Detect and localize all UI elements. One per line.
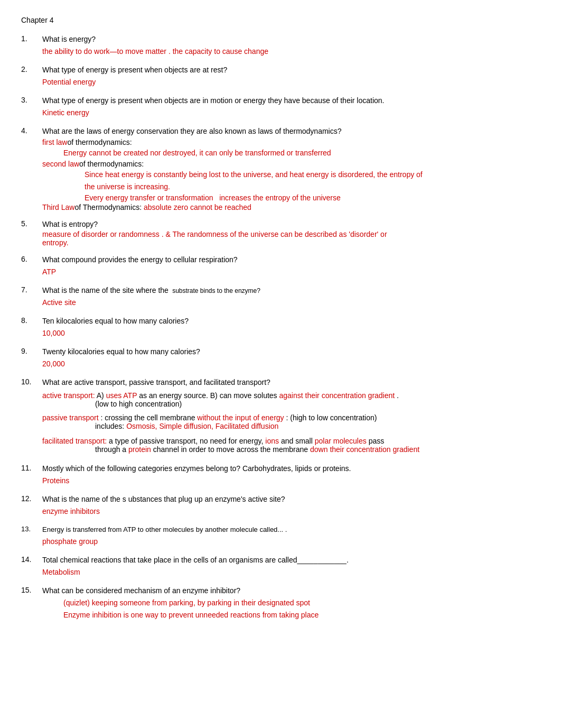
q3-answer: Kinetic energy — [42, 107, 540, 118]
q3-content: What type of energy is present when obje… — [42, 95, 540, 118]
q4-increases-entropy: increases the entropy of the universe — [219, 193, 341, 202]
q1-number: 1. — [21, 34, 42, 43]
question-1: 1. What is energy? the ability to do wor… — [21, 34, 540, 57]
q4-first-law-suffix: of thermodynamics: — [67, 138, 132, 146]
q10-active-block: active transport: A) uses ATP as an ener… — [42, 391, 540, 408]
q11-number: 11. — [21, 463, 42, 472]
q13-text-main: Energy is transferred from ATP to other … — [42, 526, 283, 533]
q13-answer: phosphate group — [42, 536, 540, 547]
q1-answer: the ability to do work—to move matter . … — [42, 46, 540, 57]
q10-active-paren: (low to high concentration) — [95, 400, 540, 408]
q10-active-b: as an energy source. B) can move solutes — [139, 391, 277, 400]
q10-facilitated-ions: ions — [265, 437, 279, 445]
q10-facilitated-text1: a type of passive transport, no need for… — [109, 437, 265, 445]
q4-third-law-label: Third Law — [42, 203, 74, 211]
q8-content: Ten kilocalories equal to how many calor… — [42, 316, 540, 339]
q9-answer: 20,000 — [42, 358, 540, 370]
q7-text-small: substrate binds to the enzyme? — [171, 287, 260, 294]
q10-active-line1: active transport: A) uses ATP as an ener… — [42, 391, 540, 400]
chapter-title: Chapter 4 — [21, 16, 540, 24]
q10-passive-label: passive transport — [42, 413, 99, 422]
q1-text: What is energy? — [42, 34, 540, 45]
question-14: 14. Total chemical reactions that take p… — [21, 555, 540, 578]
q2-content: What type of energy is present when obje… — [42, 64, 540, 88]
q4-text: What are the laws of energy conservation… — [42, 126, 540, 137]
question-9: 9. Twenty kilocalories equal to how many… — [21, 346, 540, 370]
q10-passive-energy: without the input of energy — [197, 413, 284, 422]
q4-second-law-line: second lawof thermodynamics: — [42, 160, 540, 168]
q11-answer: Proteins — [42, 475, 540, 486]
q10-facilitated-line1: facilitated transport: a type of passive… — [42, 437, 540, 445]
q12-text: What is the name of the s ubstances that… — [42, 494, 540, 505]
q9-text: Twenty kilocalories equal to how many ca… — [42, 346, 540, 357]
q10-passive-colon: : crossing the cell membrane — [101, 413, 195, 422]
q4-second-law-answer1b: the universe is increasing. — [85, 181, 540, 192]
q10-content: What are active transport, passive trans… — [42, 377, 540, 456]
q5-answer-line1: measure of disorder or randomness . & Th… — [42, 230, 540, 238]
q14-content: Total chemical reactions that take place… — [42, 555, 540, 578]
question-4: 4. What are the laws of energy conservat… — [21, 126, 540, 211]
q1-content: What is energy? the ability to do work—t… — [42, 34, 540, 57]
q15-content: What can be considered mechanism of an e… — [42, 585, 540, 621]
q5-answer-part1b: . & The randomness of the universe can b… — [160, 230, 387, 238]
q10-passive-block: passive transport : crossing the cell me… — [42, 413, 540, 430]
q10-facilitated-protein: protein — [128, 445, 151, 454]
q12-content: What is the name of the s ubstances that… — [42, 494, 540, 517]
q4-second-law-answer2: Every energy transfer or transformation … — [85, 193, 540, 202]
q7-number: 7. — [21, 285, 42, 294]
question-12: 12. What is the name of the s ubstances … — [21, 494, 540, 517]
q9-number: 9. — [21, 346, 42, 355]
q3-text: What type of energy is present when obje… — [42, 95, 540, 106]
q10-passive-high: : (high to low concentration) — [286, 413, 377, 422]
q10-text: What are active transport, passive trans… — [42, 377, 540, 388]
q5-number: 5. — [21, 219, 42, 228]
q4-third-law-answer: absolute zero cannot be reached — [144, 203, 251, 211]
q10-facilitated-gradient: down their concentration gradient — [310, 445, 419, 454]
q10-passive-line1: passive transport : crossing the cell me… — [42, 413, 540, 422]
q10-facilitated-through: through a — [95, 445, 128, 454]
q10-passive-includes-label: includes: — [95, 422, 126, 430]
q7-text-part1: What is the name of the site where the — [42, 286, 169, 294]
q7-text: What is the name of the site where the s… — [42, 285, 540, 296]
q10-passive-includes: includes: Osmosis, Simple diffusion, Fac… — [95, 422, 540, 430]
q4-every-energy: Every energy transfer or transformation — [85, 193, 213, 202]
q4-third-law-line: Third Lawof Thermodynamics: absolute zer… — [42, 203, 540, 211]
q4-first-law-label: first law — [42, 138, 67, 146]
q11-text: Mostly which of the following categories… — [42, 463, 540, 474]
question-8: 8. Ten kilocalories equal to how many ca… — [21, 316, 540, 339]
question-15: 15. What can be considered mechanism of … — [21, 585, 540, 621]
q2-answer: Potential energy — [42, 77, 540, 88]
question-6: 6. What compound provides the energy to … — [21, 254, 540, 278]
q7-answer: Active site — [42, 297, 540, 308]
q10-facilitated-and: and small — [281, 437, 315, 445]
q2-number: 2. — [21, 64, 42, 73]
question-2: 2. What type of energy is present when o… — [21, 64, 540, 88]
q13-text-suffix: . — [285, 526, 287, 533]
q5-answer-line2: entropy. — [42, 238, 540, 247]
q5-text: What is entropy? — [42, 219, 540, 230]
q15-answer-1: (quizlet) keeping someone from parking, … — [63, 597, 540, 609]
question-5: 5. What is entropy? measure of disorder … — [21, 219, 540, 247]
q10-facilitated-block: facilitated transport: a type of passive… — [42, 437, 540, 454]
q14-text: Total chemical reactions that take place… — [42, 555, 540, 566]
q12-number: 12. — [21, 494, 42, 503]
q8-answer: 10,000 — [42, 328, 540, 339]
q5-content: What is entropy? measure of disorder or … — [42, 219, 540, 247]
q12-answer: enzyme inhibitors — [42, 506, 540, 517]
q10-facilitated-pass: pass — [369, 437, 385, 445]
q11-content: Mostly which of the following categories… — [42, 463, 540, 486]
question-13: 13. Energy is transferred from ATP to ot… — [21, 524, 540, 547]
q6-content: What compound provides the energy to cel… — [42, 254, 540, 278]
q15-text: What can be considered mechanism of an e… — [42, 585, 540, 596]
q15-number: 15. — [21, 585, 42, 594]
q4-first-law-answer: Energy cannot be created nor destroyed, … — [63, 148, 540, 159]
question-3: 3. What type of energy is present when o… — [21, 95, 540, 118]
q10-facilitated-label: facilitated transport: — [42, 437, 107, 445]
q4-second-law-answer1: Since heat energy is constantly being lo… — [85, 169, 540, 180]
q2-text: What type of energy is present when obje… — [42, 64, 540, 76]
q10-active-a: A) — [97, 391, 104, 400]
q4-third-law-suffix: of Thermodynamics: — [74, 203, 142, 211]
q10-passive-list: Osmosis, Simple diffusion, Facilitated d… — [126, 422, 278, 430]
q4-second-law-suffix: of thermodynamics: — [79, 160, 144, 168]
q13-text: Energy is transferred from ATP to other … — [42, 524, 540, 535]
